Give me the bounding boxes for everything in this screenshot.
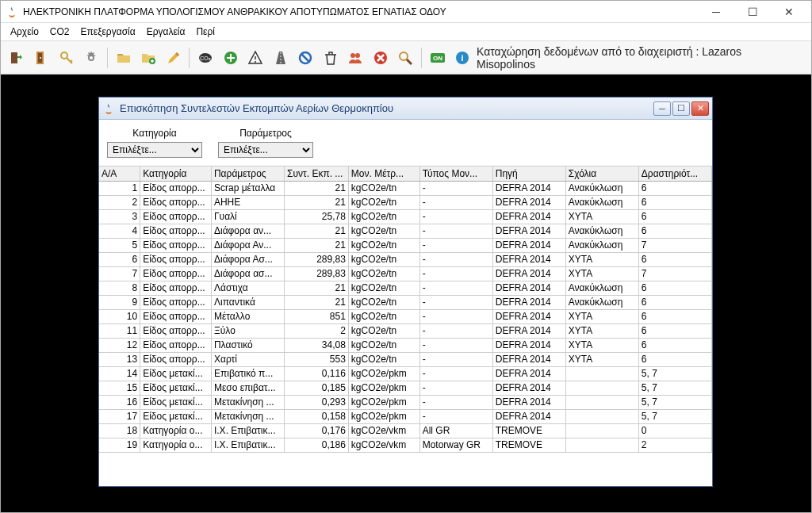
table-row[interactable]: 11Είδος απορρ...Ξύλο2kgCO2e/tn-DEFRA 201… (99, 323, 712, 338)
cell-cat: Είδος απορρ... (140, 352, 212, 366)
cell-aa: 11 (99, 323, 140, 338)
cell-typ: - (419, 252, 492, 266)
table-row[interactable]: 6Είδος απορρ...Διάφορα Ασ...289,83kgCO2e… (99, 252, 712, 266)
close-button[interactable]: ✕ (772, 2, 806, 21)
folder-add-icon[interactable] (137, 47, 159, 69)
maximize-button[interactable]: ☐ (735, 2, 770, 21)
cell-mon: kgCO2e/tn (348, 281, 419, 295)
table-row[interactable]: 4Είδος απορρ...Διάφορα αν...21kgCO2e/tn-… (99, 224, 712, 238)
cell-mon: kgCO2e/tn (348, 181, 419, 195)
cell-com: Ανακύκλωση (565, 224, 638, 238)
on-icon[interactable]: ON (427, 47, 449, 69)
cell-syn: 0,293 (285, 395, 349, 409)
table-row[interactable]: 17Είδος μετακί...Μετακίνηση ...0,158kgCO… (99, 409, 712, 423)
cell-typ: - (419, 195, 492, 209)
cell-typ: - (419, 381, 492, 395)
cell-aa: 2 (99, 195, 140, 209)
parameter-filter-select[interactable]: Επιλέξτε... (218, 142, 313, 158)
factors-table-scroll[interactable]: Α/ΑΚατηγορίαΠαράμετροςΣυντ. Εκπ. ...Μον.… (99, 167, 712, 486)
cell-com (565, 395, 638, 409)
table-row[interactable]: 12Είδος απορρ...Πλαστικό34,08kgCO2e/tn-D… (99, 338, 712, 352)
cell-typ: - (419, 366, 492, 381)
cell-cat: Είδος μετακί... (140, 381, 212, 395)
col-header[interactable]: Κατηγορία (140, 167, 212, 181)
road-icon[interactable] (270, 47, 292, 69)
gear-icon[interactable] (81, 47, 103, 69)
warning-icon[interactable] (244, 47, 266, 69)
mdi-workarea: Επισκόπηση Συντελεστών Εκπομπών Αερίων Θ… (1, 75, 811, 512)
cell-typ: - (419, 266, 492, 281)
table-row[interactable]: 1Είδος απορρ...Scrap μέταλλα21kgCO2e/tn-… (99, 181, 712, 195)
col-header[interactable]: Σχόλια (565, 167, 638, 181)
table-row[interactable]: 2Είδος απορρ...ΑΗΗΕ21kgCO2e/tn-DEFRA 201… (99, 195, 712, 209)
folder-icon[interactable] (113, 47, 135, 69)
cell-src: DEFRA 2014 (492, 238, 565, 252)
table-row[interactable]: 18Κατηγορία ο...Ι.Χ. Επιβατικ...0,176kgC… (99, 423, 712, 438)
cell-typ: - (419, 309, 492, 323)
people-icon[interactable] (344, 47, 366, 69)
cell-act: 6 (638, 195, 711, 209)
table-row[interactable]: 7Είδος απορρ...Διάφορα ασ...289,83kgCO2e… (99, 266, 712, 281)
cell-act: 6 (638, 295, 711, 309)
table-row[interactable]: 10Είδος απορρ...Μέταλλο851kgCO2e/tn-DEFR… (99, 309, 712, 323)
info-icon[interactable]: i (451, 47, 473, 69)
cell-aa: 13 (99, 352, 140, 366)
cell-aa: 17 (99, 409, 140, 423)
inner-maximize-button[interactable]: ☐ (672, 101, 690, 116)
search-icon[interactable] (394, 47, 416, 69)
cell-syn: 0,116 (285, 366, 349, 381)
table-row[interactable]: 16Είδος μετακί...Μετακίνηση ...0,293kgCO… (99, 395, 712, 409)
table-row[interactable]: 3Είδος απορρ...Γυαλί25,78kgCO2e/tn-DEFRA… (99, 209, 712, 224)
menu-επεξεργασία[interactable]: Επεξεργασία (76, 25, 140, 39)
table-row[interactable]: 5Είδος απορρ...Διάφορα Αν...21kgCO2e/tn-… (99, 238, 712, 252)
inner-minimize-button[interactable]: ─ (653, 101, 671, 116)
menu-εργαλεία[interactable]: Εργαλεία (142, 25, 190, 39)
cell-syn: 21 (285, 224, 349, 238)
cell-typ: - (419, 323, 492, 338)
cell-aa: 9 (99, 295, 140, 309)
trash-icon[interactable] (320, 47, 342, 69)
co2-icon[interactable]: CO₂ (194, 47, 216, 69)
menu-περί[interactable]: Περί (191, 25, 220, 39)
toolbar-separator (189, 48, 190, 68)
table-row[interactable]: 13Είδος απορρ...Χαρτί553kgCO2e/tn-DEFRA … (99, 352, 712, 366)
table-row[interactable]: 19Κατηγορία ο...Ι.Χ. Επιβατικ...0,186kgC… (99, 438, 712, 452)
col-header[interactable]: Α/Α (99, 167, 140, 181)
status-admin-label: Καταχώρηση δεδομένων από το διαχειριστή … (477, 45, 797, 71)
cell-mon: kgCO2e/vkm (348, 423, 419, 438)
cell-cat: Κατηγορία ο... (140, 423, 212, 438)
door-icon[interactable] (31, 47, 53, 69)
cell-act: 6 (638, 323, 711, 338)
cell-com: Ανακύκλωση (565, 238, 638, 252)
exit-icon[interactable] (6, 47, 28, 69)
cell-mon: kgCO2e/tn (348, 224, 419, 238)
menu-co2[interactable]: CO2 (45, 25, 75, 39)
cell-com: ΧΥΤΑ (565, 209, 638, 224)
table-row[interactable]: 9Είδος απορρ...Λιπαντικά21kgCO2e/tn-DEFR… (99, 295, 712, 309)
col-header[interactable]: Παράμετρος (211, 167, 284, 181)
col-header[interactable]: Μον. Μέτρ... (348, 167, 419, 181)
table-row[interactable]: 15Είδος μετακί...Μεσο επιβατ...0,185kgCO… (99, 381, 712, 395)
col-header[interactable]: Τύπος Μον... (419, 167, 492, 181)
cell-par: Λάστιχα (211, 281, 284, 295)
key-icon[interactable] (56, 47, 78, 69)
category-filter-select[interactable]: Επιλέξτε... (107, 142, 202, 158)
cell-mon: kgCO2e/pkm (348, 381, 419, 395)
ban-red-icon[interactable] (370, 47, 392, 69)
menu-αρχείο[interactable]: Αρχείο (6, 25, 44, 39)
minimize-button[interactable]: ─ (699, 2, 733, 21)
pencil-icon[interactable] (163, 47, 185, 69)
table-row[interactable]: 8Είδος απορρ...Λάστιχα21kgCO2e/tn-DEFRA … (99, 281, 712, 295)
cell-aa: 4 (99, 224, 140, 238)
col-header[interactable]: Συντ. Εκπ. ... (285, 167, 349, 181)
col-header[interactable]: Δραστηριότ... (638, 167, 711, 181)
inner-close-button[interactable]: ✕ (691, 101, 709, 116)
cell-par: Χαρτί (211, 352, 284, 366)
plus-green-icon[interactable] (220, 47, 242, 69)
ban-blue-icon[interactable] (294, 47, 316, 69)
cell-syn: 21 (285, 238, 349, 252)
table-row[interactable]: 14Είδος μετακί...Επιβατικό π...0,116kgCO… (99, 366, 712, 381)
table-header-row: Α/ΑΚατηγορίαΠαράμετροςΣυντ. Εκπ. ...Μον.… (99, 167, 712, 181)
col-header[interactable]: Πηγή (492, 167, 565, 181)
cell-act: 5, 7 (638, 395, 711, 409)
